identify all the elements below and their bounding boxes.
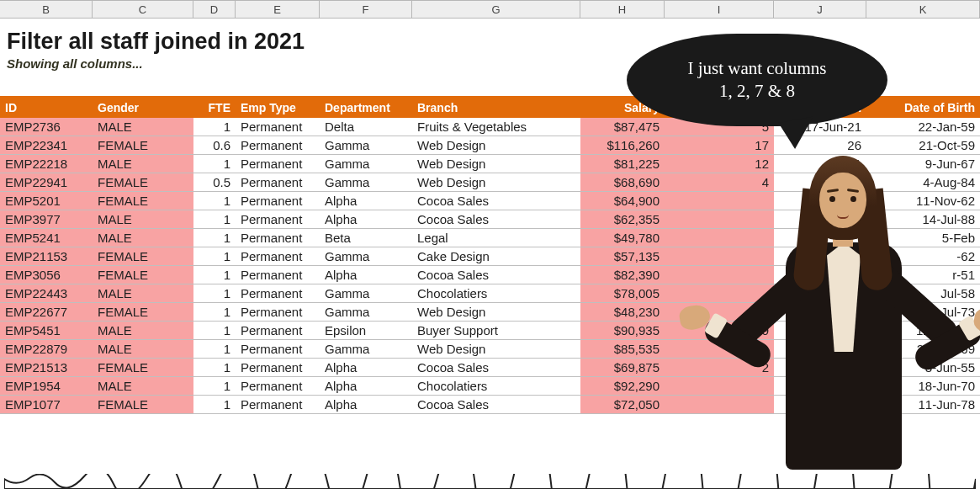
cell[interactable]: Alpha xyxy=(320,396,412,414)
cell[interactable]: Fruits & Vegetables xyxy=(412,118,580,136)
cell[interactable]: Chocolatiers xyxy=(412,377,580,396)
cell[interactable]: 1 xyxy=(193,229,236,247)
cell[interactable]: Gamma xyxy=(320,340,412,359)
cell[interactable]: Permanent xyxy=(236,396,320,414)
cell[interactable]: EMP22677 xyxy=(0,303,93,322)
cell[interactable]: Legal xyxy=(412,229,580,247)
cell[interactable]: Beta xyxy=(320,229,412,247)
cell[interactable]: 1 xyxy=(193,396,236,414)
cell[interactable]: MALE xyxy=(93,340,193,359)
column-letter[interactable]: K xyxy=(866,1,980,19)
cell[interactable]: FEMALE xyxy=(93,359,193,377)
cell[interactable]: Gamma xyxy=(320,136,412,155)
cell[interactable]: Permanent xyxy=(236,155,320,173)
column-letter[interactable]: D xyxy=(193,1,236,19)
cell[interactable]: $69,875 xyxy=(580,359,665,377)
column-letter[interactable]: I xyxy=(665,1,774,19)
cell[interactable]: EMP5451 xyxy=(0,322,93,340)
cell[interactable]: EMP1077 xyxy=(0,396,93,414)
cell[interactable]: Permanent xyxy=(236,284,320,303)
cell[interactable]: $64,900 xyxy=(580,192,665,210)
cell[interactable]: 17 xyxy=(665,136,774,155)
cell[interactable]: Gamma xyxy=(320,155,412,173)
column-letter[interactable]: B xyxy=(0,1,93,19)
cell[interactable]: 1 xyxy=(193,118,236,136)
cell[interactable]: 1 xyxy=(193,247,236,266)
cell[interactable]: Permanent xyxy=(236,340,320,359)
cell[interactable]: Cocoa Sales xyxy=(412,359,580,377)
cell[interactable]: $81,225 xyxy=(580,155,665,173)
cell[interactable]: Web Design xyxy=(412,173,580,192)
cell[interactable]: $68,690 xyxy=(580,173,665,192)
cell[interactable]: Alpha xyxy=(320,192,412,210)
cell[interactable]: Web Design xyxy=(412,155,580,173)
cell[interactable]: Permanent xyxy=(236,229,320,247)
cell[interactable]: Permanent xyxy=(236,136,320,155)
cell[interactable]: 1 xyxy=(193,266,236,284)
cell[interactable]: Permanent xyxy=(236,303,320,322)
column-letter[interactable]: G xyxy=(412,1,580,19)
cell[interactable]: Gamma xyxy=(320,284,412,303)
cell[interactable]: FEMALE xyxy=(93,266,193,284)
cell[interactable]: EMP22218 xyxy=(0,155,93,173)
cell[interactable]: 1 xyxy=(193,340,236,359)
cell[interactable]: $87,475 xyxy=(580,118,665,136)
col-date-of-birth[interactable]: Date of Birth xyxy=(866,96,980,118)
cell[interactable]: 0.5 xyxy=(193,173,236,192)
cell[interactable]: 1 xyxy=(193,359,236,377)
cell[interactable]: $85,535 xyxy=(580,340,665,359)
cell[interactable]: Cake Design xyxy=(412,247,580,266)
col-department[interactable]: Department xyxy=(320,96,412,118)
cell[interactable]: Cocoa Sales xyxy=(412,192,580,210)
cell[interactable]: MALE xyxy=(93,229,193,247)
cell[interactable]: EMP3977 xyxy=(0,210,93,229)
cell[interactable]: MALE xyxy=(93,210,193,229)
cell[interactable]: EMP22941 xyxy=(0,173,93,192)
cell[interactable]: Cocoa Sales xyxy=(412,210,580,229)
cell[interactable]: $92,290 xyxy=(580,377,665,396)
cell[interactable]: FEMALE xyxy=(93,173,193,192)
cell[interactable]: Web Design xyxy=(412,136,580,155)
cell[interactable]: EMP1954 xyxy=(0,377,93,396)
cell[interactable]: 1 xyxy=(193,284,236,303)
cell[interactable]: EMP3056 xyxy=(0,266,93,284)
cell[interactable]: EMP21153 xyxy=(0,247,93,266)
cell[interactable]: 1 xyxy=(193,303,236,322)
cell[interactable]: Permanent xyxy=(236,322,320,340)
cell[interactable]: 1 xyxy=(193,377,236,396)
column-letter[interactable]: H xyxy=(580,1,665,19)
cell[interactable]: $78,005 xyxy=(580,284,665,303)
cell[interactable]: EMP5201 xyxy=(0,192,93,210)
cell[interactable]: FEMALE xyxy=(93,303,193,322)
cell[interactable]: MALE xyxy=(93,322,193,340)
cell[interactable]: Cocoa Sales xyxy=(412,266,580,284)
cell[interactable]: Web Design xyxy=(412,303,580,322)
cell[interactable]: EMP21513 xyxy=(0,359,93,377)
cell[interactable]: $90,935 xyxy=(580,322,665,340)
cell[interactable]: MALE xyxy=(93,284,193,303)
table-row[interactable]: EMP22341FEMALE0.6PermanentGammaWeb Desig… xyxy=(0,136,980,155)
cell[interactable]: $82,390 xyxy=(580,266,665,284)
cell[interactable]: 0.6 xyxy=(193,136,236,155)
cell[interactable]: 21-Oct-59 xyxy=(866,136,980,155)
cell[interactable]: Permanent xyxy=(236,266,320,284)
column-letter[interactable]: E xyxy=(236,1,320,19)
cell[interactable]: Delta xyxy=(320,118,412,136)
cell[interactable]: Permanent xyxy=(236,192,320,210)
cell[interactable]: FEMALE xyxy=(93,247,193,266)
cell[interactable]: Permanent xyxy=(236,247,320,266)
cell[interactable]: Permanent xyxy=(236,173,320,192)
cell[interactable]: Alpha xyxy=(320,266,412,284)
cell[interactable]: 1 xyxy=(193,210,236,229)
cell[interactable]: Epsilon xyxy=(320,322,412,340)
cell[interactable]: Cocoa Sales xyxy=(412,396,580,414)
cell[interactable]: 1 xyxy=(193,322,236,340)
cell[interactable]: EMP22341 xyxy=(0,136,93,155)
cell[interactable]: $49,780 xyxy=(580,229,665,247)
col-emp-type[interactable]: Emp Type xyxy=(236,96,320,118)
col-gender[interactable]: Gender xyxy=(93,96,193,118)
col-branch[interactable]: Branch xyxy=(412,96,580,118)
cell[interactable]: MALE xyxy=(93,155,193,173)
cell[interactable]: $57,135 xyxy=(580,247,665,266)
cell[interactable]: Alpha xyxy=(320,377,412,396)
